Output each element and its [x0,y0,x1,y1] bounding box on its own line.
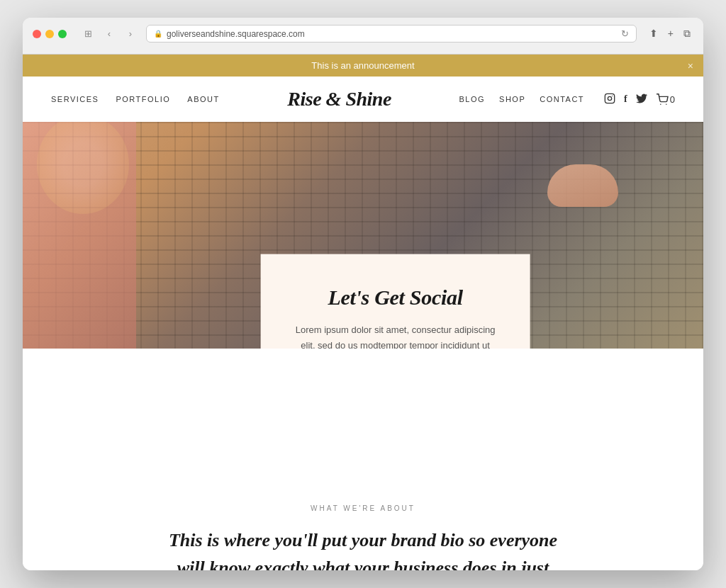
hero-hand [547,164,618,207]
forward-button[interactable]: › [122,26,139,43]
main-nav: SERVICES PORTFOLIO ABOUT Rise & Shine BL… [23,77,703,122]
about-section: WHAT WE'RE ABOUT This is where you'll pu… [23,462,703,570]
nav-link-contact[interactable]: CONTACT [540,95,584,103]
nav-left-links: SERVICES PORTFOLIO ABOUT [51,95,220,103]
svg-point-4 [666,104,666,105]
nav-link-blog[interactable]: BLOG [459,95,485,103]
browser-controls: ⊞ ‹ › [79,26,139,43]
address-bar[interactable]: 🔒 goliverseandshine.squarespace.com ↻ [146,25,637,43]
twitter-icon[interactable] [636,94,647,106]
social-icons: f 0 [604,93,675,106]
copy-button[interactable]: ⧉ [681,26,693,41]
about-eyebrow: WHAT WE'RE ABOUT [51,504,675,512]
social-card-title: Let's Get Social [289,285,502,310]
browser-chrome: ⊞ ‹ › 🔒 goliverseandshine.squarespace.co… [23,18,703,55]
announcement-bar: This is an announcement × [23,55,703,77]
maximize-button[interactable] [58,30,67,38]
hero-pink-fabric [23,122,136,349]
url-text: goliverseandshine.squarespace.com [167,29,305,39]
facebook-icon[interactable]: f [624,94,627,105]
nav-link-portfolio[interactable]: PORTFOLIO [116,95,170,103]
back-button[interactable]: ‹ [101,26,118,43]
hero-section: Let's Get Social Lorem ipsum dolor sit a… [23,122,703,349]
minimize-button[interactable] [45,30,54,38]
browser-window: ⊞ ‹ › 🔒 goliverseandshine.squarespace.co… [23,18,703,570]
announcement-text: This is an announcement [311,60,414,71]
website-content: This is an announcement × SERVICES PORTF… [23,55,703,570]
about-headline: This is where you'll put your brand bio … [164,526,562,570]
nav-link-services[interactable]: SERVICES [51,95,99,103]
cart-button[interactable]: 0 [656,94,675,105]
instagram-icon[interactable] [604,93,615,106]
new-tab-button[interactable]: + [665,26,676,41]
svg-rect-0 [605,94,614,103]
share-button[interactable]: ⬆ [647,26,661,41]
browser-actions: ⬆ + ⧉ [647,26,693,41]
traffic-lights [33,30,67,38]
close-button[interactable] [33,30,41,38]
svg-point-1 [608,96,611,100]
reload-button[interactable]: ↻ [621,28,629,39]
svg-point-2 [612,95,613,96]
nav-right-links: BLOG SHOP CONTACT f 0 [459,93,675,106]
sidebar-toggle-button[interactable]: ⊞ [79,26,96,43]
lock-icon: 🔒 [154,30,162,38]
cart-count: 0 [670,94,675,105]
nav-link-about[interactable]: ABOUT [187,95,219,103]
site-logo[interactable]: Rise & Shine [220,88,459,111]
announcement-close-button[interactable]: × [688,60,693,72]
social-card-text: Lorem ipsum dolor sit amet, consectur ad… [289,322,502,349]
svg-point-3 [660,104,661,105]
social-card: Let's Get Social Lorem ipsum dolor sit a… [261,254,530,349]
nav-link-shop[interactable]: SHOP [499,95,525,103]
